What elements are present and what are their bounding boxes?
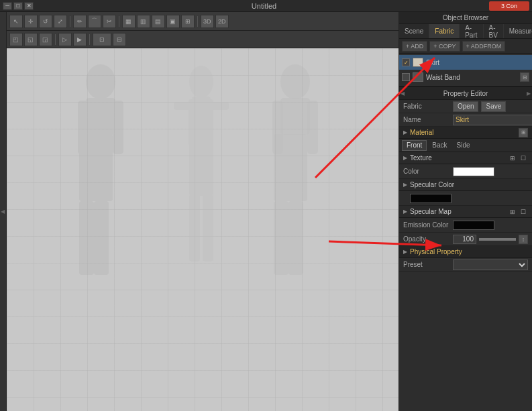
specular-color-swatch[interactable]	[410, 194, 451, 203]
svg-point-0	[86, 64, 115, 99]
mat-tab-side[interactable]: Side	[453, 140, 474, 151]
waistband-name: Waist Band	[426, 74, 517, 81]
opacity-slider-btn[interactable]: ↕	[519, 235, 528, 244]
tab-fabric[interactable]: Fabric	[429, 24, 460, 38]
right-panel: Object Browser Scene Fabric A-Part A-BV …	[399, 12, 532, 411]
material-expand-btn[interactable]: ⊞	[519, 128, 528, 137]
tool-rotate[interactable]: ↺	[39, 15, 52, 28]
specular-section-header[interactable]: ▶ Specular Color	[399, 179, 532, 191]
color-label: Color	[403, 168, 450, 175]
tool-e[interactable]: ⊞	[181, 15, 195, 28]
specular-map-section[interactable]: ▶ Specular Map ⊞ ☐	[399, 206, 532, 218]
specular-tri-icon: ▶	[403, 182, 407, 188]
tool-c[interactable]: ▤	[152, 15, 165, 28]
sep1	[70, 16, 70, 27]
specular-map-icon-file[interactable]: ☐	[519, 207, 528, 217]
obj-item-waistband[interactable]: Waist Band ⊟	[399, 70, 532, 84]
prop-collapse-btn[interactable]: ◀	[399, 87, 406, 99]
tool-d[interactable]: ▣	[166, 15, 180, 28]
color-swatch[interactable]	[453, 167, 494, 176]
svg-rect-22	[288, 201, 303, 275]
fabric-open-btn[interactable]: Open	[453, 101, 478, 112]
texture-section-header[interactable]: ▶ Texture ⊞ ☐	[399, 152, 532, 164]
mat-tab-back[interactable]: Back	[428, 140, 451, 151]
tool-move[interactable]: ✛	[24, 15, 38, 28]
minimize-btn[interactable]: ─	[3, 2, 12, 10]
opacity-slider-track[interactable]	[479, 238, 516, 241]
prop-editor-header-row: ◀ Property Editor ▶	[399, 86, 532, 100]
material-title: Material	[410, 129, 434, 136]
svg-rect-3	[113, 101, 123, 154]
opacity-label: Opacity	[403, 235, 450, 243]
svg-point-7	[189, 66, 213, 98]
tool-r7[interactable]: ⊟	[113, 33, 126, 46]
preset-select[interactable]	[453, 259, 528, 270]
waistband-expand-btn[interactable]: ⊟	[520, 72, 529, 82]
close-btn[interactable]: ✕	[24, 2, 34, 10]
tool-3d-1[interactable]: 3D	[201, 15, 214, 28]
name-row: Name	[399, 113, 532, 127]
texture-tri-icon: ▶	[403, 155, 407, 161]
mannequin-svg	[7, 48, 398, 411]
toolbar-row-2: ◰ ◱ ◲ ▷ ▶ ⊡ ⊟	[7, 31, 398, 48]
specular-label: Specular Color	[410, 181, 454, 188]
tab-apart[interactable]: A-Part	[460, 24, 483, 38]
physical-property-header[interactable]: ▶ Physical Property	[399, 246, 532, 258]
svg-rect-19	[307, 101, 318, 154]
tab-scene[interactable]: Scene	[399, 24, 429, 38]
waistband-color-swatch[interactable]	[413, 72, 423, 82]
svg-rect-21	[274, 201, 288, 275]
tool-b[interactable]: ▥	[137, 15, 150, 28]
texture-label: Texture	[410, 154, 432, 162]
obj-item-skirt[interactable]: ✓ Skirt	[399, 55, 532, 70]
tool-cut[interactable]: ✂	[103, 15, 116, 28]
object-browser-header: Object Browser	[399, 12, 532, 24]
mat-tab-front[interactable]: Front	[402, 140, 427, 151]
tool-r5[interactable]: ▶	[73, 33, 87, 46]
sep2	[119, 16, 119, 27]
prop-expand-btn[interactable]: ▶	[525, 87, 532, 99]
tool-scale[interactable]: ⤢	[54, 15, 67, 28]
texture-icon-grid[interactable]: ⊞	[508, 154, 517, 163]
maximize-btn[interactable]: □	[13, 2, 23, 10]
skirt-checkbox[interactable]: ✓	[402, 58, 410, 66]
tool-pen[interactable]: ✏	[73, 15, 87, 28]
addfrom-btn[interactable]: + ADDFROM	[462, 41, 506, 52]
specular-map-tri-icon: ▶	[403, 209, 407, 215]
tool-r4[interactable]: ▷	[58, 33, 72, 46]
tool-r1[interactable]: ◰	[9, 33, 23, 46]
texture-icon-file[interactable]: ☐	[519, 154, 528, 163]
svg-rect-6	[94, 201, 109, 275]
opacity-slider-fill	[479, 238, 516, 241]
tool-r3[interactable]: ◲	[39, 33, 52, 46]
svg-rect-12	[189, 194, 200, 261]
main-layout: ◀ ↖ ✛ ↺ ⤢ ✏ ⌒ ✂ ▦ ▥ ▤ ▣ ⊞ 3D 2D ◰ ◱ ◲	[0, 12, 532, 411]
viewport-canvas	[7, 48, 398, 411]
window-title: Untitled	[39, 2, 489, 10]
tool-a[interactable]: ▦	[122, 15, 136, 28]
tool-r2[interactable]: ◱	[24, 33, 38, 46]
color-row: Color	[399, 164, 532, 179]
fabric-save-btn[interactable]: Save	[481, 101, 506, 112]
material-header[interactable]: ▶ Material ⊞	[399, 127, 532, 139]
preset-row: Preset	[399, 258, 532, 272]
viewport-panel: ↖ ✛ ↺ ⤢ ✏ ⌒ ✂ ▦ ▥ ▤ ▣ ⊞ 3D 2D ◰ ◱ ◲ ▷ ▶	[7, 12, 399, 411]
opacity-value: 100	[453, 235, 476, 244]
emission-color-row: Emission Color	[399, 218, 532, 233]
name-input[interactable]	[453, 115, 532, 125]
tool-select[interactable]: ↖	[9, 15, 23, 28]
tool-r6[interactable]: ⊡	[93, 33, 111, 46]
skirt-color-swatch[interactable]	[413, 58, 423, 67]
tab-abv[interactable]: A-BV	[484, 24, 504, 38]
tool-curve[interactable]: ⌒	[88, 15, 101, 28]
tab-measure[interactable]: Measure	[504, 24, 532, 38]
specular-map-icon-grid[interactable]: ⊞	[508, 207, 517, 217]
tool-3d-2[interactable]: 2D	[215, 15, 229, 28]
left-collapse-btn[interactable]: ◀	[0, 12, 7, 411]
emission-color-swatch[interactable]	[453, 221, 494, 230]
waistband-checkbox[interactable]	[402, 73, 410, 81]
property-editor-title: Property Editor	[406, 87, 525, 99]
copy-btn[interactable]: + COPY	[429, 41, 460, 52]
svg-rect-15	[211, 102, 229, 110]
add-btn[interactable]: + ADD	[402, 41, 427, 52]
